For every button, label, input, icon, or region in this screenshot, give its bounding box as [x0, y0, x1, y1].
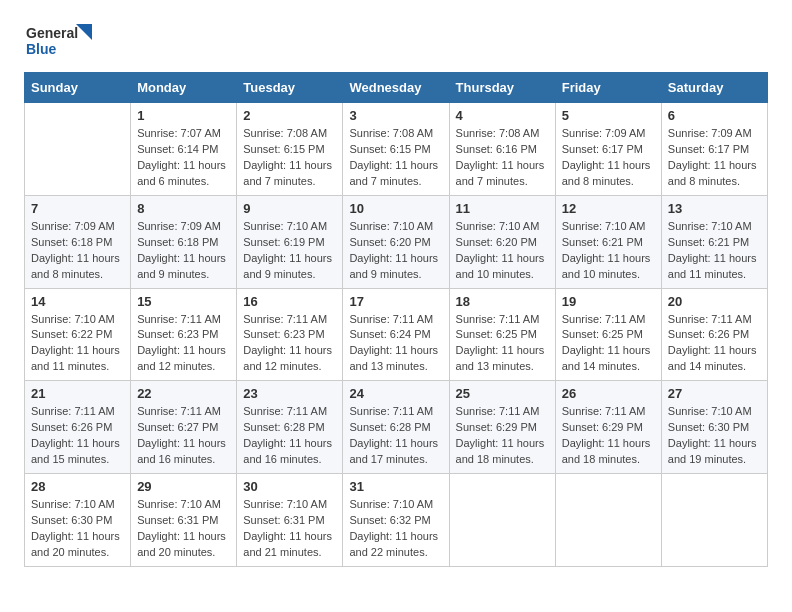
day-info: Sunrise: 7:10 AMSunset: 6:19 PMDaylight:…: [243, 219, 336, 283]
daylight-label: Daylight:: [456, 437, 499, 449]
day-number: 4: [456, 108, 549, 123]
day-number: 9: [243, 201, 336, 216]
sunrise-label: Sunrise:: [349, 313, 389, 325]
calendar-cell: 17Sunrise: 7:11 AMSunset: 6:24 PMDayligh…: [343, 288, 449, 381]
sunset-label: Sunset:: [349, 514, 386, 526]
calendar-cell: 27Sunrise: 7:10 AMSunset: 6:30 PMDayligh…: [661, 381, 767, 474]
sunset-label: Sunset:: [562, 143, 599, 155]
sunrise-label: Sunrise:: [668, 127, 708, 139]
day-info: Sunrise: 7:09 AMSunset: 6:18 PMDaylight:…: [137, 219, 230, 283]
calendar-cell: 6Sunrise: 7:09 AMSunset: 6:17 PMDaylight…: [661, 103, 767, 196]
sunset-label: Sunset:: [668, 328, 705, 340]
day-number: 2: [243, 108, 336, 123]
logo-svg: GeneralBlue: [24, 20, 94, 60]
sunrise-label: Sunrise:: [349, 498, 389, 510]
calendar-cell: 11Sunrise: 7:10 AMSunset: 6:20 PMDayligh…: [449, 195, 555, 288]
day-number: 15: [137, 294, 230, 309]
sunrise-label: Sunrise:: [243, 313, 283, 325]
calendar-cell: 22Sunrise: 7:11 AMSunset: 6:27 PMDayligh…: [131, 381, 237, 474]
sunrise-label: Sunrise:: [31, 313, 71, 325]
day-info: Sunrise: 7:10 AMSunset: 6:30 PMDaylight:…: [668, 404, 761, 468]
day-info: Sunrise: 7:10 AMSunset: 6:31 PMDaylight:…: [137, 497, 230, 561]
daylight-label: Daylight:: [137, 437, 180, 449]
calendar-cell: [25, 103, 131, 196]
sunset-label: Sunset:: [31, 421, 68, 433]
calendar-cell: 20Sunrise: 7:11 AMSunset: 6:26 PMDayligh…: [661, 288, 767, 381]
day-info: Sunrise: 7:11 AMSunset: 6:24 PMDaylight:…: [349, 312, 442, 376]
svg-text:Blue: Blue: [26, 41, 57, 57]
sunrise-label: Sunrise:: [243, 405, 283, 417]
calendar-cell: 8Sunrise: 7:09 AMSunset: 6:18 PMDaylight…: [131, 195, 237, 288]
day-number: 29: [137, 479, 230, 494]
day-number: 30: [243, 479, 336, 494]
sunset-label: Sunset:: [349, 328, 386, 340]
sunset-label: Sunset:: [668, 236, 705, 248]
day-number: 14: [31, 294, 124, 309]
sunrise-label: Sunrise:: [137, 405, 177, 417]
calendar-cell: 10Sunrise: 7:10 AMSunset: 6:20 PMDayligh…: [343, 195, 449, 288]
page-header: GeneralBlue: [24, 20, 768, 60]
sunset-label: Sunset:: [668, 143, 705, 155]
sunrise-label: Sunrise:: [243, 127, 283, 139]
daylight-label: Daylight:: [668, 252, 711, 264]
calendar-cell: [661, 474, 767, 567]
day-number: 31: [349, 479, 442, 494]
sunrise-label: Sunrise:: [668, 220, 708, 232]
day-number: 7: [31, 201, 124, 216]
sunset-label: Sunset:: [456, 143, 493, 155]
day-info: Sunrise: 7:10 AMSunset: 6:31 PMDaylight:…: [243, 497, 336, 561]
sunset-label: Sunset:: [562, 421, 599, 433]
day-number: 25: [456, 386, 549, 401]
day-info: Sunrise: 7:10 AMSunset: 6:21 PMDaylight:…: [562, 219, 655, 283]
day-info: Sunrise: 7:11 AMSunset: 6:23 PMDaylight:…: [243, 312, 336, 376]
calendar-cell: 26Sunrise: 7:11 AMSunset: 6:29 PMDayligh…: [555, 381, 661, 474]
day-header-saturday: Saturday: [661, 73, 767, 103]
daylight-label: Daylight:: [668, 159, 711, 171]
sunset-label: Sunset:: [137, 236, 174, 248]
calendar-cell: 16Sunrise: 7:11 AMSunset: 6:23 PMDayligh…: [237, 288, 343, 381]
daylight-label: Daylight:: [31, 252, 74, 264]
calendar-cell: 28Sunrise: 7:10 AMSunset: 6:30 PMDayligh…: [25, 474, 131, 567]
daylight-label: Daylight:: [349, 530, 392, 542]
calendar-cell: 31Sunrise: 7:10 AMSunset: 6:32 PMDayligh…: [343, 474, 449, 567]
calendar-cell: 13Sunrise: 7:10 AMSunset: 6:21 PMDayligh…: [661, 195, 767, 288]
daylight-label: Daylight:: [349, 344, 392, 356]
day-number: 18: [456, 294, 549, 309]
day-info: Sunrise: 7:09 AMSunset: 6:17 PMDaylight:…: [562, 126, 655, 190]
day-info: Sunrise: 7:11 AMSunset: 6:26 PMDaylight:…: [31, 404, 124, 468]
day-info: Sunrise: 7:10 AMSunset: 6:32 PMDaylight:…: [349, 497, 442, 561]
day-info: Sunrise: 7:11 AMSunset: 6:25 PMDaylight:…: [456, 312, 549, 376]
calendar-cell: 29Sunrise: 7:10 AMSunset: 6:31 PMDayligh…: [131, 474, 237, 567]
daylight-label: Daylight:: [243, 437, 286, 449]
days-header-row: SundayMondayTuesdayWednesdayThursdayFrid…: [25, 73, 768, 103]
calendar-week-row: 1Sunrise: 7:07 AMSunset: 6:14 PMDaylight…: [25, 103, 768, 196]
day-number: 19: [562, 294, 655, 309]
day-number: 28: [31, 479, 124, 494]
sunrise-label: Sunrise:: [456, 405, 496, 417]
day-info: Sunrise: 7:10 AMSunset: 6:30 PMDaylight:…: [31, 497, 124, 561]
day-info: Sunrise: 7:11 AMSunset: 6:28 PMDaylight:…: [349, 404, 442, 468]
calendar-cell: 24Sunrise: 7:11 AMSunset: 6:28 PMDayligh…: [343, 381, 449, 474]
sunrise-label: Sunrise:: [137, 498, 177, 510]
daylight-label: Daylight:: [349, 159, 392, 171]
daylight-label: Daylight:: [349, 252, 392, 264]
calendar-cell: 30Sunrise: 7:10 AMSunset: 6:31 PMDayligh…: [237, 474, 343, 567]
day-header-tuesday: Tuesday: [237, 73, 343, 103]
daylight-label: Daylight:: [31, 437, 74, 449]
sunset-label: Sunset:: [31, 236, 68, 248]
sunset-label: Sunset:: [137, 143, 174, 155]
day-number: 26: [562, 386, 655, 401]
sunset-label: Sunset:: [137, 421, 174, 433]
calendar-cell: 7Sunrise: 7:09 AMSunset: 6:18 PMDaylight…: [25, 195, 131, 288]
day-info: Sunrise: 7:10 AMSunset: 6:20 PMDaylight:…: [349, 219, 442, 283]
sunrise-label: Sunrise:: [562, 220, 602, 232]
sunrise-label: Sunrise:: [562, 127, 602, 139]
day-info: Sunrise: 7:11 AMSunset: 6:23 PMDaylight:…: [137, 312, 230, 376]
sunrise-label: Sunrise:: [31, 220, 71, 232]
calendar-cell: 18Sunrise: 7:11 AMSunset: 6:25 PMDayligh…: [449, 288, 555, 381]
day-info: Sunrise: 7:11 AMSunset: 6:28 PMDaylight:…: [243, 404, 336, 468]
daylight-label: Daylight:: [668, 344, 711, 356]
day-info: Sunrise: 7:11 AMSunset: 6:26 PMDaylight:…: [668, 312, 761, 376]
sunset-label: Sunset:: [243, 514, 280, 526]
day-info: Sunrise: 7:11 AMSunset: 6:25 PMDaylight:…: [562, 312, 655, 376]
